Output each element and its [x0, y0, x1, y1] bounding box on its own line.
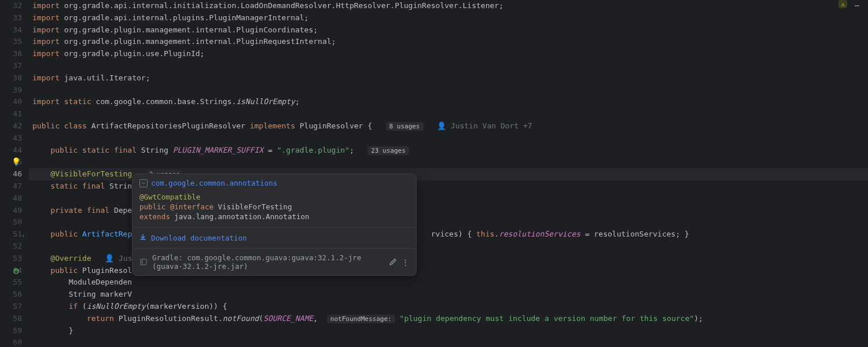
code-line[interactable]: 💡 — [29, 156, 868, 168]
kebab-icon[interactable]: ⋮ — [402, 257, 409, 267]
line-number: 55 — [0, 276, 22, 289]
line-number-gutter: 3233343536373839404142434445464748495051… — [0, 0, 29, 347]
popup-annotation: @GwtCompatible — [139, 193, 200, 201]
gutter-override-icon[interactable] — [13, 267, 20, 274]
intention-bulb-icon[interactable]: 💡 — [12, 156, 20, 164]
line-number: 60 — [0, 337, 22, 347]
popup-body: @GwtCompatible public @interface Visible… — [133, 190, 416, 227]
line-number: 35 — [0, 36, 22, 48]
code-line[interactable]: import static com.google.common.base.Str… — [29, 96, 868, 108]
download-label: Download documentation — [151, 234, 247, 242]
code-line[interactable]: import java.util.Iterator; — [29, 72, 868, 84]
library-icon — [139, 258, 148, 266]
code-line[interactable] — [29, 108, 868, 120]
code-line[interactable] — [29, 60, 868, 72]
line-number: 51 — [0, 228, 22, 241]
line-number: 39 — [0, 84, 22, 97]
line-number: 57 — [0, 301, 22, 313]
line-number: 52 — [0, 241, 22, 253]
code-line[interactable]: String markerV — [29, 289, 868, 301]
code-line[interactable] — [29, 84, 868, 97]
code-line[interactable]: import org.gradle.plugin.use.PluginId; — [29, 48, 868, 60]
code-line[interactable]: public static final String PLUGIN_MARKER… — [29, 145, 868, 157]
line-number: 48 — [0, 193, 22, 205]
line-number: 32 — [0, 0, 22, 12]
line-number: 58 — [0, 313, 22, 325]
code-line[interactable]: import org.gradle.plugin.management.inte… — [29, 36, 868, 48]
code-line[interactable]: return PluginResolutionResult.notFound(S… — [29, 313, 868, 325]
popup-extends-type: java.lang.annotation.Annotation — [174, 212, 309, 221]
popup-modifiers: public @interface — [139, 202, 214, 211]
popup-package-link[interactable]: com.google.common.annotations — [151, 179, 277, 187]
popup-source-label: Gradle: com.google.common.guava:guava:32… — [152, 253, 380, 271]
line-number: 38 — [0, 72, 22, 84]
popup-footer: Gradle: com.google.common.guava:guava:32… — [133, 248, 416, 275]
code-line[interactable] — [29, 337, 868, 347]
line-number: 49 — [0, 205, 22, 217]
line-number: 36 — [0, 48, 22, 60]
line-number: 37 — [0, 60, 22, 72]
fold-chevron-icon[interactable]: › — [21, 230, 25, 242]
code-line[interactable]: } — [29, 325, 868, 337]
line-number: 46 — [0, 168, 22, 180]
popup-extends-keyword: extends — [139, 212, 170, 221]
popup-header: ▭ com.google.common.annotations — [133, 174, 416, 190]
popup-type-name: VisibleForTesting — [218, 202, 292, 211]
line-number: 56 — [0, 289, 22, 301]
line-number: 42 — [0, 120, 22, 132]
download-icon — [139, 234, 146, 242]
line-number: 40 — [0, 96, 22, 108]
line-number: 59 — [0, 325, 22, 337]
line-number: 43 — [0, 132, 22, 145]
line-number: 47 — [0, 180, 22, 193]
code-editor: 3233343536373839404142434445464748495051… — [0, 0, 868, 347]
code-line[interactable] — [29, 132, 868, 145]
code-line[interactable]: import org.gradle.api.internal.initializ… — [29, 0, 868, 12]
code-line[interactable]: if (isNullOrEmpty(markerVersion)) { — [29, 301, 868, 313]
package-icon: ▭ — [139, 179, 148, 187]
quick-doc-popup: ▭ com.google.common.annotations @GwtComp… — [132, 174, 417, 276]
edit-icon[interactable] — [389, 257, 397, 267]
line-number: 33 — [0, 12, 22, 24]
line-number: 53 — [0, 253, 22, 265]
code-line[interactable]: ModuleDependen — [29, 276, 868, 289]
code-line[interactable]: import org.gradle.plugin.management.inte… — [29, 24, 868, 36]
line-number: 44 — [0, 145, 22, 157]
popup-download-row[interactable]: Download documentation — [133, 227, 416, 248]
line-number: 34 — [0, 24, 22, 36]
line-number: 41 — [0, 108, 22, 120]
code-line[interactable]: public class ArtifactRepositoriesPluginR… — [29, 120, 868, 132]
line-number: 50 — [0, 216, 22, 228]
code-line[interactable]: import org.gradle.api.internal.plugins.P… — [29, 12, 868, 24]
